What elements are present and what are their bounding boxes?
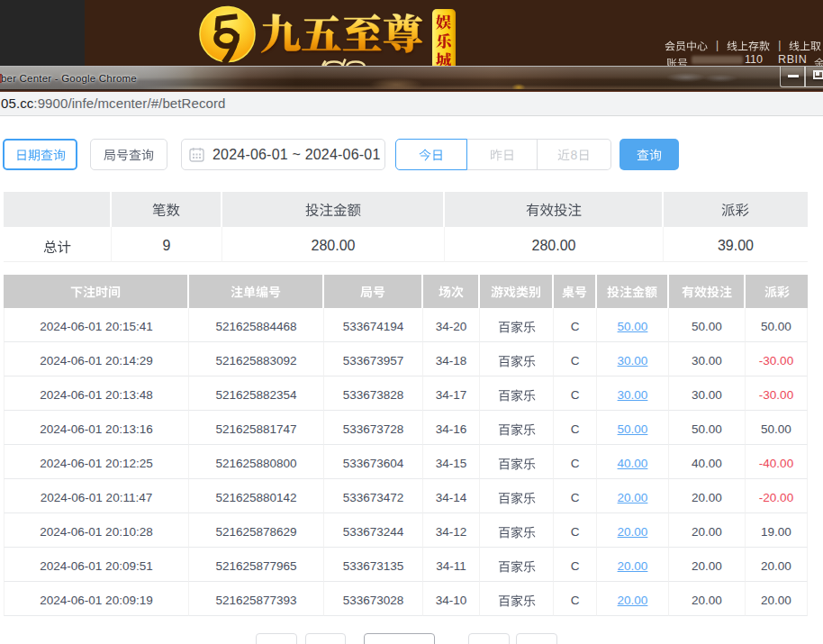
svg-text:8: 8	[570, 149, 577, 161]
